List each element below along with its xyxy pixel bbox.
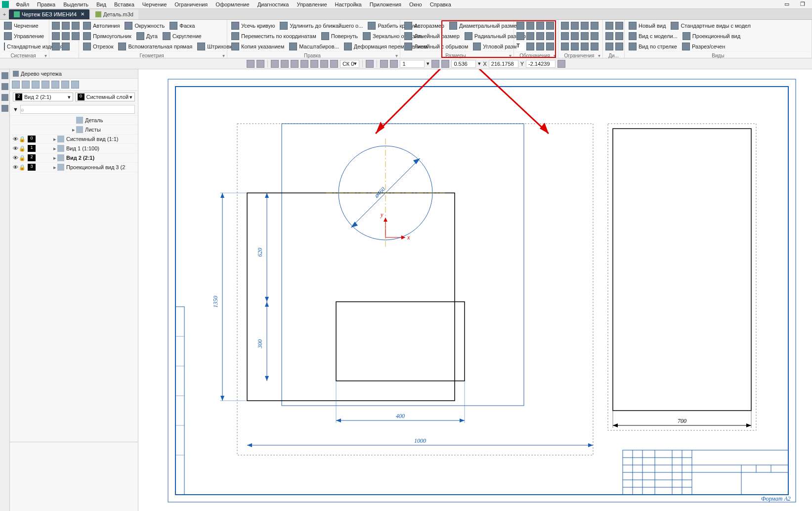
tab-detail[interactable]: Деталь.m3d	[90, 9, 138, 19]
tree-tb-7[interactable]	[71, 81, 79, 89]
con-7[interactable]	[580, 31, 589, 41]
rbtn-linear-half[interactable]: Линейный с обрывом	[402, 42, 470, 51]
menu-manage[interactable]: Управление	[293, 1, 331, 7]
sb-ic-4[interactable]	[281, 60, 289, 68]
menu-constraints[interactable]: Ограничения	[171, 1, 212, 7]
ann-4[interactable]	[546, 21, 555, 31]
sb-ic-8[interactable]	[320, 60, 328, 68]
tree-tb-2[interactable]	[22, 81, 30, 89]
lock-icon[interactable]: 🔒	[19, 136, 26, 142]
diag-4[interactable]	[615, 31, 624, 41]
ann-11[interactable]	[536, 42, 545, 51]
ann-6[interactable]	[526, 31, 535, 41]
tree-tb-5[interactable]	[51, 81, 59, 89]
rbtn-modelview[interactable]: Вид с модели...	[627, 31, 680, 41]
rbtn-arrowview[interactable]: Вид по стрелке	[627, 42, 679, 51]
rbtn-std-parts[interactable]: Стандартные изделия	[2, 42, 47, 51]
rbtn-chamfer[interactable]: Фаска	[168, 21, 197, 31]
menu-file[interactable]: Файл	[12, 1, 33, 7]
filter-input[interactable]	[20, 105, 135, 114]
ann-12[interactable]	[546, 42, 555, 51]
menu-view[interactable]: Вид	[92, 1, 110, 7]
con-1[interactable]	[560, 21, 569, 31]
con-8[interactable]	[590, 31, 599, 41]
step-input[interactable]: 1	[400, 60, 425, 68]
lock-icon[interactable]: 🔒	[19, 164, 26, 171]
y-coord[interactable]: -2.14239	[526, 60, 556, 68]
tree-row-1[interactable]: 👁🔒 1 ▸Вид 1 (1:100)	[10, 144, 138, 153]
qbtn-1[interactable]	[51, 21, 60, 31]
filter-icon[interactable]: ▼	[13, 106, 18, 112]
eyedropper-icon[interactable]	[557, 60, 565, 68]
rbtn-drafting[interactable]: Черчение	[2, 21, 47, 31]
con-9[interactable]	[560, 42, 569, 51]
lt-4[interactable]	[1, 105, 8, 112]
qbtn-4[interactable]	[51, 31, 60, 41]
menu-window[interactable]: Окно	[405, 1, 426, 7]
rbtn-section[interactable]: Разрез/сечен	[680, 42, 727, 51]
menu-insert[interactable]: Вставка	[110, 1, 138, 7]
rbtn-projview[interactable]: Проекционный вид	[681, 31, 742, 41]
tree-tb-3[interactable]	[32, 81, 40, 89]
ann-3[interactable]	[536, 21, 545, 31]
sb-ic-10[interactable]	[366, 60, 374, 68]
view-select[interactable]: 2Вид 2 (2:1)▾	[13, 93, 73, 101]
menu-edit[interactable]: Правка	[33, 1, 59, 7]
sb-ic-3[interactable]	[271, 60, 279, 68]
ann-10[interactable]	[526, 42, 535, 51]
con-12[interactable]	[590, 42, 599, 51]
eye-icon[interactable]: 👁	[12, 164, 19, 170]
qbtn-7[interactable]	[51, 42, 60, 51]
lt-2[interactable]	[1, 83, 8, 90]
lock-icon[interactable]: 🔒	[19, 155, 26, 161]
menu-help[interactable]: Справка	[426, 1, 455, 7]
qbtn-2[interactable]	[61, 21, 70, 31]
tree-tb-4[interactable]	[42, 81, 49, 89]
ann-9[interactable]: T	[516, 42, 525, 51]
lt-3[interactable]	[1, 94, 8, 101]
sb-ic-2[interactable]	[256, 60, 264, 68]
rbtn-autoline[interactable]: Автолиния	[81, 21, 122, 31]
rbtn-move[interactable]: Переместить по координатам	[229, 31, 318, 41]
rbtn-fillet[interactable]: Скругление	[161, 31, 204, 41]
tab-drawing[interactable]: Чертеж БЕЗ ИМЕНИ4 ✕	[9, 9, 89, 19]
tree-tb-1[interactable]	[12, 81, 20, 89]
win-btn-2[interactable]: ❐	[796, 1, 809, 7]
sb-ic-6[interactable]	[300, 60, 308, 68]
zoom-input[interactable]: 0.536	[451, 60, 476, 68]
tree-row-2[interactable]: 👁🔒 2 ▸Вид 2 (2:1)	[10, 153, 138, 163]
layer-select[interactable]: 0Системный слой▾	[75, 93, 135, 101]
rbtn-trim[interactable]: Усечь кривую	[229, 21, 277, 31]
con-2[interactable]	[570, 21, 579, 31]
tree-row-3[interactable]: 👁🔒 3 ▸Проекционный вид 3 (2	[10, 163, 138, 172]
menu-diag[interactable]: Диагностика	[254, 1, 293, 7]
eye-icon[interactable]: 👁	[12, 145, 19, 151]
rbtn-copy[interactable]: Копия указанием	[229, 42, 286, 51]
diag-1[interactable]	[605, 21, 614, 31]
menu-select[interactable]: Выделить	[59, 1, 92, 7]
sb-ic-5[interactable]	[291, 60, 299, 68]
con-4[interactable]	[590, 21, 599, 31]
snap-icon[interactable]	[380, 60, 388, 68]
diag-2[interactable]	[615, 21, 624, 31]
rbtn-rect[interactable]: Прямоугольник	[81, 31, 133, 41]
diag-6[interactable]	[615, 42, 624, 51]
zoom-in-icon[interactable]	[441, 60, 449, 68]
rbtn-segment[interactable]: Отрезок	[81, 42, 115, 51]
diag-3[interactable]	[605, 31, 614, 41]
tree-detail-row[interactable]: Деталь	[10, 116, 138, 125]
rbtn-linear[interactable]: Линейный размер	[402, 31, 462, 41]
rbtn-manage[interactable]: Управление	[2, 31, 47, 41]
menu-settings[interactable]: Настройка	[331, 1, 366, 7]
sb-ic-9[interactable]	[330, 60, 338, 68]
rbtn-extend[interactable]: Удлинить до ближайшего о...	[278, 21, 365, 31]
con-11[interactable]	[580, 42, 589, 51]
lock-icon[interactable]: 🔒	[19, 145, 26, 152]
ann-1[interactable]	[516, 21, 525, 31]
eye-icon[interactable]: 👁	[12, 136, 19, 142]
rbtn-diam[interactable]: Диаметральный размер	[447, 21, 522, 31]
tree-sheets-row[interactable]: ▸Листы	[10, 125, 138, 135]
sb-ic-11[interactable]	[390, 60, 398, 68]
rbtn-arc[interactable]: Дуга	[134, 31, 160, 41]
drawing-canvas[interactable]: ⌀460 x y 1350 620 300	[138, 69, 812, 511]
